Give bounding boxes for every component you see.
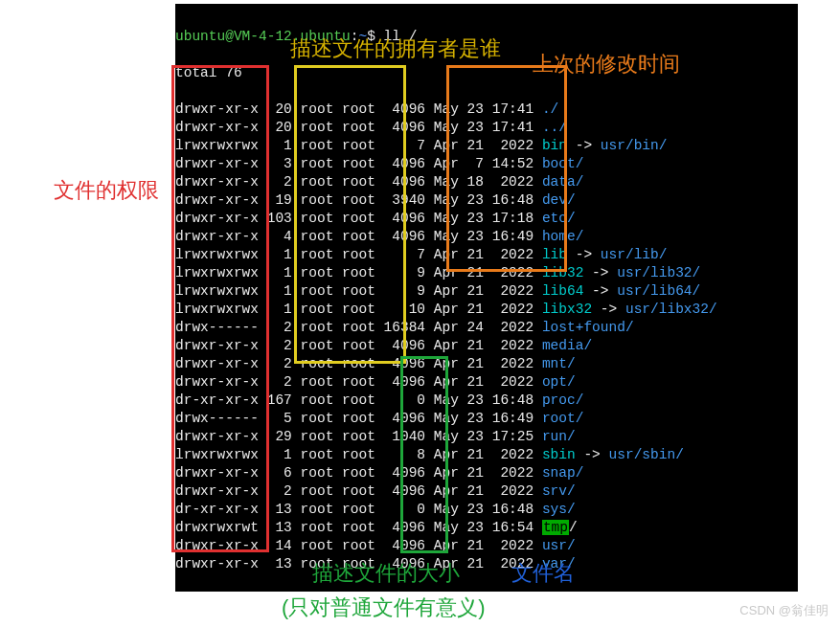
listing-row: drwxr-xr-x 13 root root 4096 Apr 21 2022… <box>175 555 798 573</box>
file-name: lib64 <box>542 283 584 299</box>
file-links: 19 <box>259 192 292 208</box>
file-date: Apr 21 2022 <box>434 483 534 499</box>
file-permissions: drwxr-xr-x <box>175 156 259 171</box>
file-name: ./ <box>542 101 558 117</box>
file-group: root <box>342 447 375 462</box>
file-group: root <box>342 520 375 535</box>
file-size: 4096 <box>375 356 425 371</box>
file-links: 103 <box>259 211 292 226</box>
file-links: 13 <box>259 502 292 517</box>
listing-row: drwx------ 5 root root 4096 May 23 16:49… <box>175 410 798 428</box>
file-owner: root <box>301 229 334 244</box>
file-size: 7 <box>375 138 425 153</box>
csdn-watermark: CSDN @翁佳明 <box>739 602 829 619</box>
file-size: 4096 <box>375 374 425 390</box>
file-name: ../ <box>542 120 567 135</box>
listing-row: drwxr-xr-x 103 root root 4096 May 23 17:… <box>175 210 798 228</box>
file-links: 13 <box>259 556 292 571</box>
file-size: 4096 <box>375 211 425 226</box>
file-name: home/ <box>542 229 584 244</box>
file-group: root <box>342 247 375 262</box>
file-name: lost+found/ <box>542 320 634 335</box>
listing-row: drwxr-xr-x 20 root root 4096 May 23 17:4… <box>175 101 798 119</box>
file-links: 2 <box>259 174 292 190</box>
file-permissions: dr-xr-xr-x <box>175 502 259 517</box>
file-size: 4096 <box>375 338 425 353</box>
file-owner: root <box>301 265 334 280</box>
file-permissions: drwxr-xr-x <box>175 538 259 553</box>
listing-row: drwxr-xr-x 2 root root 4096 Apr 21 2022 … <box>175 337 798 355</box>
file-size: 9 <box>375 265 425 280</box>
file-permissions: lrwxrwxrwx <box>175 447 259 462</box>
file-size: 4096 <box>375 411 425 426</box>
file-links: 167 <box>259 392 292 408</box>
file-date: May 23 16:54 <box>434 520 534 535</box>
file-size: 4096 <box>375 465 425 481</box>
total-line: total 76 <box>175 64 798 82</box>
file-links: 20 <box>259 101 292 117</box>
file-links: 1 <box>259 447 292 462</box>
file-owner: root <box>301 101 334 117</box>
file-owner: root <box>301 138 334 153</box>
link-target: usr/lib64/ <box>617 283 700 299</box>
file-owner: root <box>301 211 334 226</box>
file-group: root <box>342 156 375 171</box>
file-date: Apr 21 2022 <box>434 374 534 390</box>
file-date: May 23 17:41 <box>434 120 534 135</box>
file-group: root <box>342 320 375 335</box>
file-permissions: drwxr-xr-x <box>175 465 259 481</box>
file-name: bin <box>542 138 567 153</box>
file-links: 2 <box>259 483 292 499</box>
file-owner: root <box>301 338 334 353</box>
file-group: root <box>342 120 375 135</box>
file-name: mnt/ <box>542 356 576 371</box>
file-date: May 23 16:48 <box>434 502 534 517</box>
file-name: etc/ <box>542 211 576 226</box>
file-group: root <box>342 392 375 408</box>
file-links: 1 <box>259 265 292 280</box>
file-group: root <box>342 356 375 371</box>
listing-row: drwxr-xr-x 4 root root 4096 May 23 16:49… <box>175 228 798 246</box>
listing-row: drwxr-xr-x 19 root root 3940 May 23 16:4… <box>175 191 798 210</box>
listing-row: drwxr-xr-x 2 root root 4096 Apr 21 2022 … <box>175 373 798 392</box>
file-group: root <box>342 538 375 553</box>
file-date: May 23 17:18 <box>434 211 534 226</box>
file-size: 4096 <box>375 120 425 135</box>
file-owner: root <box>301 483 334 499</box>
file-size: 4096 <box>375 483 425 499</box>
file-group: root <box>342 374 375 390</box>
file-owner: root <box>301 174 334 190</box>
file-links: 4 <box>259 229 292 244</box>
file-date: Apr 21 2022 <box>434 138 534 153</box>
file-size: 4096 <box>375 101 425 117</box>
file-permissions: lrwxrwxrwx <box>175 302 259 317</box>
file-group: root <box>342 174 375 190</box>
listing-row: lrwxrwxrwx 1 root root 8 Apr 21 2022 sbi… <box>175 446 798 464</box>
link-target: usr/sbin/ <box>609 447 684 462</box>
file-owner: root <box>301 120 334 135</box>
file-links: 1 <box>259 247 292 262</box>
file-links: 2 <box>259 338 292 353</box>
file-links: 14 <box>259 538 292 553</box>
file-permissions: drwxr-xr-x <box>175 356 259 371</box>
listing-row: drwxr-xr-x 6 root root 4096 Apr 21 2022 … <box>175 464 798 482</box>
file-name: srv/ <box>542 483 576 499</box>
listing-row: drwxr-xr-x 14 root root 4096 Apr 21 2022… <box>175 537 798 555</box>
file-group: root <box>342 483 375 499</box>
file-links: 2 <box>259 374 292 390</box>
anno-permission: 文件的权限 <box>54 176 159 205</box>
file-date: Apr 7 14:52 <box>434 156 534 171</box>
file-permissions: drwxr-xr-x <box>175 211 259 226</box>
file-size: 3940 <box>375 192 425 208</box>
file-name: usr/ <box>542 538 576 553</box>
anno-size-note: (只对普通文件有意义) <box>282 593 486 622</box>
file-size: 4096 <box>375 520 425 535</box>
file-permissions: lrwxrwxrwx <box>175 265 259 280</box>
file-permissions: drwxr-xr-x <box>175 120 259 135</box>
file-group: root <box>342 101 375 117</box>
listing-row: lrwxrwxrwx 1 root root 7 Apr 21 2022 bin… <box>175 137 798 155</box>
file-size: 4096 <box>375 229 425 244</box>
file-date: Apr 21 2022 <box>434 465 534 481</box>
file-date: May 23 16:49 <box>434 411 534 426</box>
file-size: 7 <box>375 247 425 262</box>
